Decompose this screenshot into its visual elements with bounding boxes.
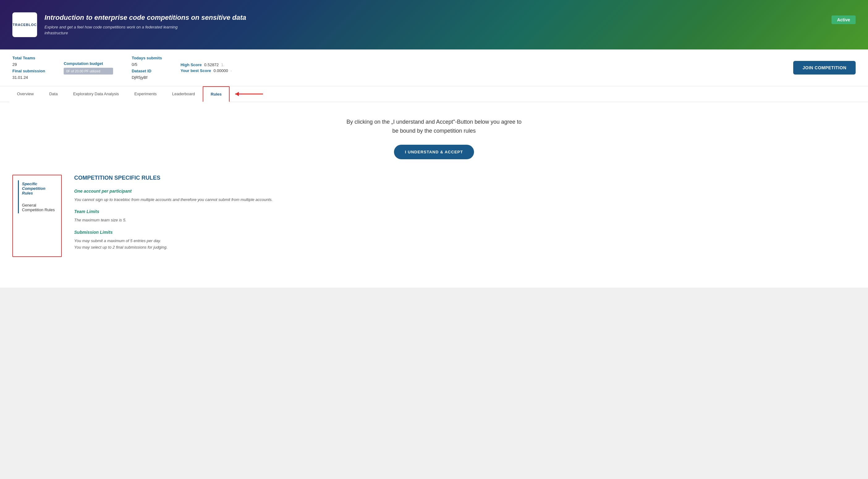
tab-rules[interactable]: Rules bbox=[203, 86, 229, 102]
best-score-row: Your best Score 0.00000 - bbox=[181, 68, 232, 73]
tab-experiments[interactable]: Experiments bbox=[127, 86, 164, 102]
budget-bar-text: 0F of 20.00 PF utilized bbox=[66, 69, 100, 73]
high-score-rank: 1. bbox=[221, 63, 224, 67]
rules-main-title: COMPETITION SPECIFIC RULES bbox=[74, 175, 856, 181]
your-best-score-label: Your best Score bbox=[181, 68, 211, 73]
tab-leaderboard[interactable]: Leaderboard bbox=[164, 86, 203, 102]
stats-bar: Total Teams 29 Final submission 31.01.24… bbox=[0, 50, 868, 86]
company-logo: TRACEBLOC bbox=[12, 12, 37, 37]
your-best-score-value: 0.00000 bbox=[214, 68, 228, 73]
dataset-id-label: Dataset ID bbox=[132, 69, 162, 73]
rule-subtitle-1: One account per participant bbox=[74, 189, 856, 193]
budget-progress-bar: 0F of 20.00 PF utilized bbox=[64, 68, 113, 74]
rule-body-1: You cannot sign up to tracebloc from mul… bbox=[74, 197, 856, 203]
tab-exploratory-data-analysis[interactable]: Exploratory Data Analysis bbox=[65, 86, 127, 102]
tab-data[interactable]: Data bbox=[41, 86, 65, 102]
your-best-score-rank: - bbox=[230, 69, 232, 73]
computation-budget-label: Computation budget bbox=[64, 61, 113, 66]
active-badge: Active bbox=[832, 16, 856, 24]
rule-section-1: One account per participant You cannot s… bbox=[74, 189, 856, 203]
competition-title: Introduction to enterprise code competit… bbox=[44, 13, 246, 22]
svg-marker-1 bbox=[235, 92, 239, 96]
main-content: By clicking on the „I understand and Acc… bbox=[0, 102, 868, 288]
rule-section-2: Team Limits The maximum team size is 5. bbox=[74, 209, 856, 223]
dataset-id-value: DjR5jyBf bbox=[132, 75, 162, 80]
rules-content: COMPETITION SPECIFIC RULES One account p… bbox=[68, 175, 856, 257]
arrow-svg bbox=[232, 89, 269, 99]
high-score-value: 0.52872 bbox=[204, 62, 219, 67]
total-teams-group: Total Teams 29 Final submission 31.01.24 bbox=[12, 56, 45, 80]
accept-button[interactable]: I UNDERSTAND & ACCEPT bbox=[394, 145, 474, 159]
accept-text: By clicking on the „I understand and Acc… bbox=[12, 118, 856, 136]
sidebar-text: Specific Competition Rules General Compe… bbox=[22, 180, 56, 213]
total-teams-label: Total Teams bbox=[12, 56, 45, 60]
high-score-row: High Score 0.52872 1. bbox=[181, 62, 232, 67]
rule-subtitle-2: Team Limits bbox=[74, 209, 856, 214]
tab-overview[interactable]: Overview bbox=[9, 86, 41, 102]
tabs-bar: Overview Data Exploratory Data Analysis … bbox=[0, 86, 868, 102]
banner-text: Introduction to enterprise code competit… bbox=[44, 13, 246, 36]
sidebar-item-specific[interactable]: Specific Competition Rules bbox=[22, 180, 56, 197]
final-submission-label: Final submission bbox=[12, 69, 45, 73]
final-submission-value: 31.01.24 bbox=[12, 75, 45, 80]
high-score-label: High Score bbox=[181, 62, 202, 67]
rule-body-3: You may submit a maximum of 5 entries pe… bbox=[74, 238, 856, 251]
sidebar-divider bbox=[18, 180, 19, 213]
rules-layout: Specific Competition Rules General Compe… bbox=[0, 169, 868, 263]
sidebar-item-general[interactable]: General Competition Rules bbox=[22, 202, 56, 213]
rule-subtitle-3: Submission Limits bbox=[74, 230, 856, 235]
accept-section: By clicking on the „I understand and Acc… bbox=[0, 102, 868, 169]
rule-body-2: The maximum team size is 5. bbox=[74, 217, 856, 223]
rules-sidebar: Specific Competition Rules General Compe… bbox=[12, 175, 62, 257]
rule-section-3: Submission Limits You may submit a maxim… bbox=[74, 230, 856, 251]
computation-budget-group: Computation budget 0F of 20.00 PF utiliz… bbox=[64, 61, 113, 74]
sidebar-inner: Specific Competition Rules General Compe… bbox=[18, 180, 56, 213]
banner: TRACEBLOC Introduction to enterprise cod… bbox=[0, 0, 868, 50]
todays-submits-group: Todays submits 0/5 Dataset ID DjR5jyBf bbox=[132, 56, 162, 80]
competition-subtitle: Explore and get a feel how code competit… bbox=[44, 24, 199, 36]
todays-submits-label: Todays submits bbox=[132, 56, 162, 60]
todays-submits-value: 0/5 bbox=[132, 62, 162, 67]
total-teams-value: 29 bbox=[12, 62, 45, 67]
scores-section: High Score 0.52872 1. Your best Score 0.… bbox=[181, 62, 232, 73]
tab-arrow-annotation bbox=[232, 86, 269, 102]
join-competition-button[interactable]: JOIN COMPETITION bbox=[793, 61, 856, 74]
